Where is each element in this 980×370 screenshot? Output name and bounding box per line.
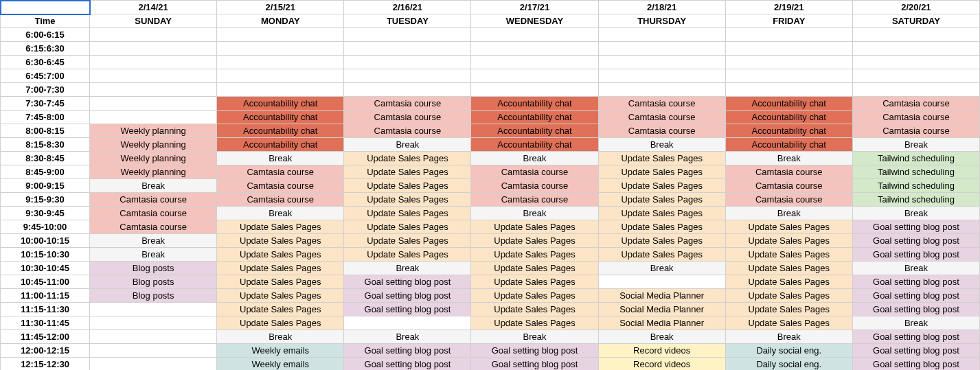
schedule-cell[interactable]: Update Sales Pages <box>471 248 598 262</box>
schedule-cell[interactable]: Update Sales Pages <box>471 262 598 275</box>
time-slot-label[interactable]: 8:30-8:45 <box>1 152 90 165</box>
schedule-cell[interactable]: Tailwind scheduling <box>852 165 979 179</box>
schedule-cell[interactable]: Social Media Planner <box>598 303 725 316</box>
schedule-cell[interactable]: Camtasia course <box>598 97 725 111</box>
schedule-cell[interactable]: Update Sales Pages <box>471 234 598 248</box>
time-slot-label[interactable]: 11:00-11:15 <box>1 289 90 303</box>
schedule-cell[interactable] <box>852 56 979 69</box>
schedule-cell[interactable] <box>598 69 725 83</box>
time-slot-label[interactable]: 12:00-12:15 <box>1 344 90 358</box>
schedule-cell[interactable]: Update Sales Pages <box>725 275 852 289</box>
schedule-cell[interactable]: Weekly planning <box>90 124 217 138</box>
schedule-cell[interactable]: Accountability chat <box>725 111 852 124</box>
time-slot-label[interactable]: 9:30-9:45 <box>1 207 90 220</box>
schedule-cell[interactable]: Camtasia course <box>852 97 979 111</box>
schedule-cell[interactable] <box>471 83 598 97</box>
schedule-cell[interactable] <box>90 83 217 97</box>
schedule-cell[interactable]: Camtasia course <box>344 124 471 138</box>
schedule-cell[interactable]: Goal setting blog post <box>471 344 598 358</box>
schedule-cell[interactable]: Goal setting blog post <box>852 344 979 358</box>
time-slot-label[interactable]: 8:00-8:15 <box>1 124 90 138</box>
schedule-cell[interactable]: Update Sales Pages <box>344 193 471 207</box>
schedule-cell[interactable]: Break <box>852 316 979 330</box>
schedule-cell[interactable] <box>90 69 217 83</box>
schedule-cell[interactable] <box>471 28 598 42</box>
schedule-cell[interactable]: Update Sales Pages <box>471 289 598 303</box>
time-slot-label[interactable]: 10:30-10:45 <box>1 262 90 275</box>
schedule-cell[interactable]: Camtasia course <box>471 165 598 179</box>
time-slot-label[interactable]: 12:15-12:30 <box>1 358 90 371</box>
schedule-cell[interactable]: Accountability chat <box>725 124 852 138</box>
date-header[interactable]: 2/20/21 <box>852 1 979 14</box>
schedule-cell[interactable]: Update Sales Pages <box>471 303 598 316</box>
schedule-cell[interactable]: Update Sales Pages <box>471 220 598 234</box>
day-header[interactable]: SATURDAY <box>852 14 979 28</box>
schedule-cell[interactable]: Update Sales Pages <box>344 152 471 165</box>
time-slot-label[interactable]: 11:45-12:00 <box>1 330 90 344</box>
schedule-cell[interactable]: Weekly emails <box>217 344 344 358</box>
schedule-cell[interactable]: Goal setting blog post <box>344 358 471 371</box>
schedule-cell[interactable]: Break <box>90 234 217 248</box>
schedule-cell[interactable] <box>852 69 979 83</box>
schedule-cell[interactable]: Goal setting blog post <box>852 289 979 303</box>
time-slot-label[interactable]: 6:15:6:30 <box>1 42 90 56</box>
schedule-cell[interactable]: Tailwind scheduling <box>852 179 979 193</box>
schedule-cell[interactable]: Camtasia course <box>90 207 217 220</box>
schedule-cell[interactable]: Update Sales Pages <box>344 165 471 179</box>
schedule-cell[interactable]: Break <box>217 152 344 165</box>
time-slot-label[interactable]: 8:45-9:00 <box>1 165 90 179</box>
schedule-cell[interactable] <box>90 316 217 330</box>
schedule-cell[interactable] <box>90 111 217 124</box>
day-header[interactable]: WEDNESDAY <box>471 14 598 28</box>
schedule-cell[interactable] <box>598 83 725 97</box>
schedule-cell[interactable] <box>471 42 598 56</box>
schedule-cell[interactable] <box>725 69 852 83</box>
schedule-cell[interactable]: Camtasia course <box>852 111 979 124</box>
schedule-cell[interactable]: Update Sales Pages <box>217 275 344 289</box>
schedule-cell[interactable]: Break <box>725 152 852 165</box>
date-header[interactable]: 2/17/21 <box>471 1 598 14</box>
schedule-cell[interactable]: Accountability chat <box>217 138 344 152</box>
schedule-cell[interactable] <box>344 42 471 56</box>
time-slot-label[interactable]: 9:45-10:00 <box>1 220 90 234</box>
day-header[interactable]: THURSDAY <box>598 14 725 28</box>
date-header[interactable]: 2/18/21 <box>598 1 725 14</box>
schedule-cell[interactable]: Goal setting blog post <box>852 303 979 316</box>
schedule-cell[interactable]: Break <box>471 330 598 344</box>
schedule-cell[interactable]: Update Sales Pages <box>598 220 725 234</box>
schedule-cell[interactable] <box>852 28 979 42</box>
schedule-cell[interactable]: Update Sales Pages <box>344 234 471 248</box>
schedule-cell[interactable] <box>90 303 217 316</box>
schedule-cell[interactable]: Accountability chat <box>217 97 344 111</box>
schedule-cell[interactable]: Camtasia course <box>471 193 598 207</box>
schedule-cell[interactable]: Update Sales Pages <box>598 234 725 248</box>
schedule-cell[interactable]: Update Sales Pages <box>725 289 852 303</box>
schedule-cell[interactable]: Update Sales Pages <box>598 248 725 262</box>
schedule-cell[interactable]: Goal setting blog post <box>471 358 598 371</box>
day-header[interactable]: MONDAY <box>217 14 344 28</box>
schedule-cell[interactable]: Update Sales Pages <box>217 248 344 262</box>
schedule-cell[interactable] <box>725 28 852 42</box>
schedule-cell[interactable]: Break <box>344 262 471 275</box>
schedule-cell[interactable]: Record videos <box>598 358 725 371</box>
schedule-cell[interactable]: Daily social eng. <box>725 358 852 371</box>
time-slot-label[interactable]: 9:15-9:30 <box>1 193 90 207</box>
day-header[interactable]: FRIDAY <box>725 14 852 28</box>
schedule-cell[interactable]: Break <box>471 207 598 220</box>
time-slot-label[interactable]: 9:00-9:15 <box>1 179 90 193</box>
schedule-cell[interactable]: Camtasia course <box>598 111 725 124</box>
schedule-cell[interactable] <box>344 56 471 69</box>
schedule-cell[interactable]: Blog posts <box>90 275 217 289</box>
time-slot-label[interactable]: 10:45-11:00 <box>1 275 90 289</box>
schedule-cell[interactable]: Update Sales Pages <box>344 220 471 234</box>
time-slot-label[interactable]: 8:15-8:30 <box>1 138 90 152</box>
schedule-cell[interactable]: Break <box>90 248 217 262</box>
schedule-cell[interactable]: Break <box>598 138 725 152</box>
schedule-cell[interactable] <box>344 28 471 42</box>
date-header[interactable]: 2/14/21 <box>90 1 217 14</box>
schedule-cell[interactable]: Break <box>598 262 725 275</box>
schedule-cell[interactable]: Update Sales Pages <box>598 179 725 193</box>
schedule-cell[interactable]: Weekly planning <box>90 138 217 152</box>
schedule-cell[interactable] <box>725 56 852 69</box>
schedule-cell[interactable] <box>217 42 344 56</box>
